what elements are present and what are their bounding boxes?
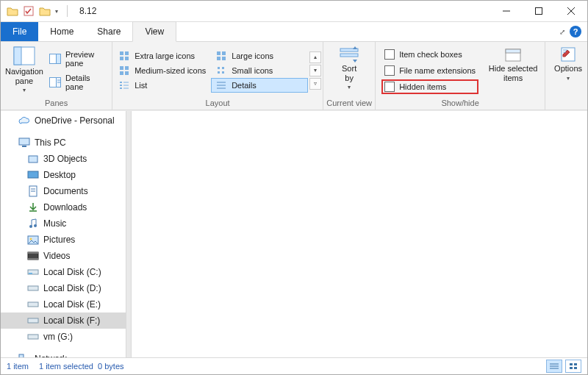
file-list-pane[interactable] (132, 111, 587, 357)
tree-item-this-pc[interactable]: This PC (1, 135, 126, 151)
layout-list[interactable]: List (114, 78, 211, 93)
layout-details[interactable]: Details (211, 78, 308, 93)
options-button[interactable]: Options ▾ (550, 45, 587, 96)
minimize-button[interactable] (490, 1, 523, 21)
svg-rect-2 (536, 8, 542, 15)
svg-rect-72 (574, 363, 577, 365)
layout-extra-large-icons[interactable]: Extra large icons (114, 49, 211, 63)
group-label-show-hide: Show/hide (376, 99, 545, 110)
tree-item-downloads[interactable]: Downloads (1, 199, 126, 215)
layout-more[interactable]: ▿ (309, 78, 321, 90)
status-selection: 1 item selected 0 bytes (39, 362, 124, 371)
svg-rect-17 (120, 66, 123, 70)
music-icon (27, 218, 39, 229)
help-icon[interactable]: ? (570, 26, 581, 38)
tree-item-local-disk-e[interactable]: Local Disk (E:) (1, 296, 126, 312)
tree-item-3d-objects[interactable]: 3D Objects (1, 151, 126, 167)
tab-file[interactable]: File (1, 22, 38, 41)
tab-view[interactable]: View (132, 21, 176, 42)
title-bar: ▾ 8.12 (1, 1, 587, 22)
view-large-icons-button[interactable] (565, 360, 581, 373)
qat-dropdown-icon[interactable]: ▾ (55, 8, 58, 15)
checkbox-file-name-extensions[interactable]: File name extensions (383, 65, 477, 76)
cloud-icon (18, 115, 30, 126)
tree-item-network[interactable]: › Network (1, 351, 126, 357)
svg-rect-48 (28, 171, 38, 178)
svg-rect-41 (506, 49, 520, 53)
svg-rect-64 (28, 318, 38, 323)
preview-pane-icon (49, 53, 61, 65)
ribbon-tabs: File Home Share View ⤢ ? (1, 22, 587, 42)
tree-item-music[interactable]: Music (1, 215, 126, 232)
pictures-icon (27, 234, 39, 246)
svg-rect-61 (29, 273, 32, 274)
checkbox-hidden-items[interactable]: Hidden items (383, 81, 477, 93)
layout-scroll-down[interactable]: ▾ (309, 65, 321, 76)
minimize-ribbon-icon[interactable]: ⤢ (559, 28, 565, 36)
svg-rect-71 (570, 363, 573, 365)
tree-item-documents[interactable]: Documents (1, 183, 126, 199)
tree-item-pictures[interactable]: Pictures (1, 232, 126, 248)
details-pane-button[interactable]: Details pane (46, 73, 104, 92)
tree-item-local-disk-d[interactable]: Local Disk (D:) (1, 280, 126, 296)
svg-rect-47 (29, 156, 37, 162)
layout-scroll-up[interactable]: ▴ (309, 51, 321, 63)
drive-icon (27, 282, 39, 294)
tree-splitter[interactable] (126, 111, 132, 357)
icons-icon (215, 50, 227, 62)
tree-item-local-disk-c[interactable]: Local Disk (C:) (1, 264, 126, 280)
chevron-down-icon: ▾ (23, 87, 26, 93)
svg-rect-20 (125, 71, 129, 75)
svg-rect-74 (574, 367, 577, 369)
icons-icon (118, 50, 130, 62)
group-label-panes: Panes (1, 99, 112, 110)
qat-new-folder-icon[interactable] (39, 5, 51, 17)
details-pane-icon (49, 76, 61, 88)
list-icon (118, 79, 130, 91)
svg-rect-18 (125, 66, 129, 70)
hide-selected-items-button[interactable]: Hide selected items (486, 45, 540, 96)
svg-rect-73 (570, 367, 573, 369)
explorer-window: ▾ 8.12 File Home Share View ⤢ ? Navigati… (0, 0, 588, 375)
tab-share[interactable]: Share (85, 22, 132, 41)
svg-rect-16 (125, 57, 129, 60)
videos-icon (27, 250, 39, 262)
tree-item-drive-vm-g[interactable]: vm (G:) (1, 329, 126, 345)
svg-rect-13 (120, 51, 123, 55)
tab-home[interactable]: Home (38, 22, 85, 41)
pc-icon (18, 137, 30, 149)
svg-point-56 (30, 238, 32, 240)
svg-rect-30 (222, 57, 226, 60)
svg-rect-58 (28, 252, 38, 254)
layout-large-icons[interactable]: Large icons (211, 49, 308, 63)
tree-item-local-disk-f[interactable]: Local Disk (F:) (1, 312, 126, 329)
close-button[interactable] (555, 1, 587, 21)
desktop-icon (27, 169, 39, 181)
layout-medium-icons[interactable]: Medium-sized icons (114, 63, 211, 78)
navigation-pane-button[interactable]: Navigation pane ▾ (5, 45, 43, 96)
svg-rect-45 (19, 138, 29, 145)
group-label-current-view: Current view (323, 99, 375, 110)
view-details-button[interactable] (546, 360, 562, 373)
qat-properties-icon[interactable] (23, 5, 35, 17)
drive-icon (27, 299, 39, 310)
svg-rect-65 (28, 335, 38, 339)
svg-rect-23 (120, 88, 122, 89)
chevron-down-icon: ▾ (348, 84, 351, 90)
sort-by-button[interactable]: Sort by ▾ (328, 45, 370, 96)
layout-small-icons[interactable]: Small icons (211, 63, 308, 78)
tree-item-onedrive[interactable]: OneDrive - Personal (1, 113, 126, 129)
content-area: OneDrive - Personal This PC 3D Objects D… (1, 110, 587, 357)
tree-item-desktop[interactable]: Desktop (1, 167, 126, 183)
svg-rect-39 (340, 54, 358, 57)
navigation-tree[interactable]: OneDrive - Personal This PC 3D Objects D… (1, 111, 126, 357)
group-label-layout: Layout (112, 99, 323, 110)
checkbox-item-check-boxes[interactable]: Item check boxes (383, 49, 477, 60)
svg-rect-6 (14, 47, 21, 65)
maximize-button[interactable] (523, 1, 555, 21)
preview-pane-button[interactable]: Preview pane (46, 49, 104, 68)
details-icon (215, 79, 227, 91)
tree-item-videos[interactable]: Videos (1, 248, 126, 264)
status-item-count: 1 item (7, 362, 29, 371)
status-bar: 1 item 1 item selected 0 bytes (1, 357, 587, 374)
